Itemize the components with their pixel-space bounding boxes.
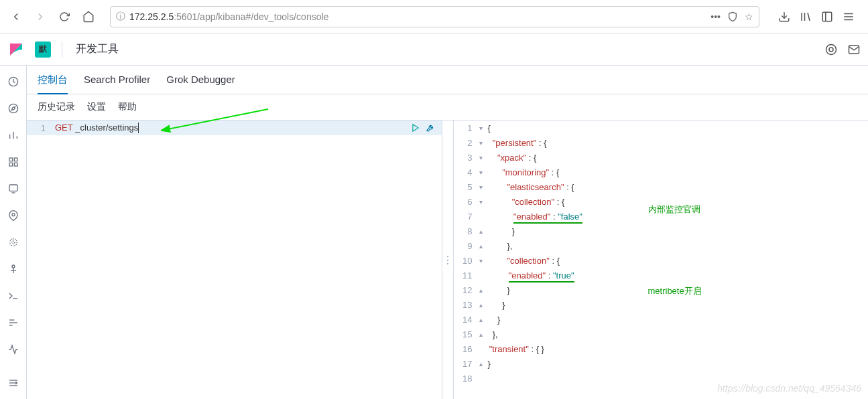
line-number: 17 — [454, 359, 478, 369]
nav-apm-icon[interactable] — [7, 316, 20, 329]
kibana-logo-icon[interactable] — [8, 42, 24, 58]
app-title: 开发工具 — [76, 42, 119, 56]
svg-point-27 — [12, 265, 15, 268]
nav-recent-icon[interactable] — [7, 75, 20, 88]
svg-rect-4 — [822, 12, 832, 21]
info-icon: ⓘ — [116, 11, 125, 23]
line-number: 12 — [454, 285, 478, 295]
newsfeed-icon[interactable] — [825, 44, 837, 56]
menu-icon[interactable] — [843, 11, 855, 23]
help-link[interactable]: 帮助 — [118, 101, 137, 113]
line-number: 7 — [454, 212, 478, 222]
line-number: 1 — [27, 123, 51, 133]
line-number: 3 — [454, 153, 478, 163]
nav-discover-icon[interactable] — [7, 102, 20, 115]
url-bar[interactable]: ⓘ 172.25.2.5:5601/app/kibana#/dev_tools/… — [110, 6, 759, 27]
svg-point-9 — [826, 44, 836, 54]
line-number: 2 — [454, 138, 478, 148]
home-button[interactable] — [79, 7, 98, 26]
line-number: 16 — [454, 344, 478, 354]
shield-icon[interactable] — [727, 11, 738, 22]
pane-resize-handle[interactable]: ⋮ — [442, 120, 454, 399]
http-method: GET — [55, 123, 73, 133]
nav-uptime-icon[interactable] — [7, 343, 20, 356]
line-number: 8 — [454, 226, 478, 236]
annotation-2: metribete开启 — [648, 285, 702, 297]
svg-line-3 — [808, 13, 810, 21]
svg-rect-20 — [9, 163, 13, 166]
settings-link[interactable]: 设置 — [87, 101, 106, 113]
line-number: 6 — [454, 197, 478, 207]
line-number: 14 — [454, 315, 478, 325]
tab-console[interactable]: 控制台 — [38, 74, 68, 94]
svg-rect-21 — [14, 163, 17, 166]
nav-visualize-icon[interactable] — [7, 129, 20, 142]
line-number: 10 — [454, 256, 478, 266]
request-path: _cluster/settings — [73, 123, 139, 133]
response-viewer[interactable]: 1▾{ 2▾ "persistent" : { 3▾ "xpack" : { 4… — [454, 120, 869, 399]
svg-point-24 — [12, 214, 15, 216]
line-number: 1 — [454, 123, 478, 133]
space-badge[interactable]: 默 — [35, 42, 51, 58]
line-number: 11 — [454, 270, 478, 281]
library-icon[interactable] — [800, 11, 812, 23]
tab-grok-debugger[interactable]: Grok Debugger — [166, 74, 235, 94]
browser-toolbar: ⓘ 172.25.2.5:5601/app/kibana#/dev_tools/… — [0, 0, 868, 33]
star-icon[interactable]: ☆ — [745, 11, 753, 22]
sidebar-icon[interactable] — [821, 11, 833, 23]
annotation-1: 内部监控官调 — [648, 204, 700, 216]
svg-point-25 — [12, 241, 15, 244]
text-cursor — [138, 123, 139, 133]
reload-button[interactable] — [55, 7, 74, 26]
tab-search-profiler[interactable]: Search Profiler — [84, 74, 150, 94]
line-number: 4 — [454, 167, 478, 177]
forward-button[interactable] — [31, 7, 50, 26]
history-link[interactable]: 历史记录 — [38, 101, 75, 113]
wrench-icon[interactable] — [426, 123, 435, 133]
nav-ml-icon[interactable] — [7, 236, 20, 249]
svg-marker-37 — [412, 125, 418, 132]
nav-dashboard-icon[interactable] — [7, 155, 20, 169]
back-button[interactable] — [7, 7, 25, 26]
kibana-header: 默 开发工具 — [0, 33, 868, 66]
watermark: https://blog.csdn.net/qq_49564346 — [717, 383, 861, 394]
nav-canvas-icon[interactable] — [7, 182, 20, 195]
url-text: 172.25.2.5:5601/app/kibana#/dev_tools/co… — [129, 11, 706, 22]
download-icon[interactable] — [778, 11, 790, 23]
svg-point-13 — [9, 104, 17, 112]
mail-icon[interactable] — [848, 44, 860, 56]
line-number: 9 — [454, 241, 478, 251]
nav-infra-icon[interactable] — [7, 262, 20, 276]
svg-rect-19 — [14, 158, 17, 161]
svg-marker-14 — [11, 106, 15, 110]
kibana-nav-sidebar — [0, 66, 27, 399]
nav-maps-icon[interactable] — [7, 209, 20, 222]
svg-rect-22 — [9, 185, 17, 191]
svg-point-26 — [9, 239, 17, 246]
request-editor[interactable]: 1 GET _cluster/settings — [27, 120, 442, 399]
line-number: 5 — [454, 182, 478, 192]
svg-rect-18 — [9, 158, 13, 161]
line-number: 15 — [454, 329, 478, 339]
line-number: 13 — [454, 300, 478, 310]
dev-tools-tabs: 控制台 Search Profiler Grok Debugger — [27, 66, 868, 94]
nav-expand-icon[interactable] — [7, 376, 20, 390]
send-request-icon[interactable] — [411, 123, 420, 133]
console-toolbar: 历史记录 设置 帮助 — [27, 94, 868, 120]
line-number: 18 — [454, 374, 478, 384]
dots-icon[interactable]: ••• — [710, 11, 721, 22]
nav-logs-icon[interactable] — [7, 289, 20, 303]
svg-point-10 — [829, 48, 833, 52]
